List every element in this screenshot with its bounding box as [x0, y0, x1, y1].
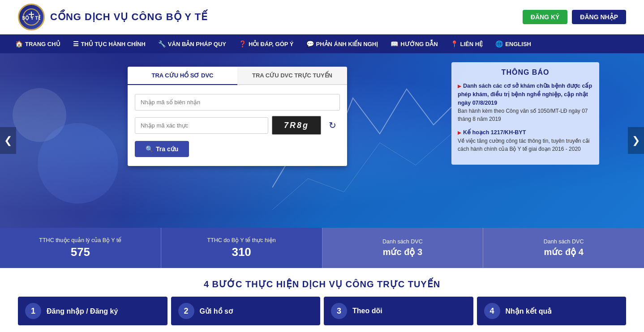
step-label-2: Gửi hồ sơ	[200, 307, 233, 315]
captcha-image: 7R8g	[272, 116, 321, 135]
search-icon: 🔍	[146, 145, 153, 153]
faq-icon: ❓	[239, 40, 246, 47]
thong-bao-item-1-desc: Ban hành kèm theo Công văn số 1050/MT-LĐ…	[458, 107, 593, 123]
thong-bao-item-1-title[interactable]: Danh sách các cơ sở khám chữa bệnh được …	[458, 82, 593, 107]
step-number-1: 1	[25, 303, 41, 319]
step-label-1: Đăng nhập / Đăng ký	[47, 307, 118, 315]
language-icon: 🌐	[495, 40, 503, 47]
stat-item-4[interactable]: Danh sách DVC mức độ 4	[483, 228, 644, 268]
doc-icon: 🔧	[158, 40, 166, 47]
step-number-3: 3	[331, 303, 347, 319]
steps-title: 4 BƯỚC THỰC HIỆN DỊCH VỤ CÔNG TRỰC TUYẾN	[18, 279, 626, 289]
nav-item-guide[interactable]: 📖 HƯỚNG DẪN	[384, 34, 444, 53]
header: BỘ Y TẾ CỔNG DỊCH VỤ CÔNG BỘ Y TẾ ĐĂNG K…	[0, 0, 644, 34]
search-body: 7R8g ↻ 🔍 Tra cứu	[128, 85, 347, 166]
step-item-3: 3 Theo dõi	[324, 297, 473, 325]
captcha-refresh-button[interactable]: ↻	[325, 118, 340, 133]
guide-icon: 📖	[391, 40, 398, 47]
main-nav: 🏠 TRANG CHỦ ☰ THỦ TỤC HÀNH CHÍNH 🔧 VĂN B…	[0, 34, 644, 53]
nav-item-feedback[interactable]: 💬 PHẢN ÁNH KIẾN NGHỊ	[300, 34, 385, 53]
home-icon: 🏠	[15, 40, 23, 47]
login-button[interactable]: ĐĂNG NHẬP	[572, 10, 626, 24]
stat-item-3[interactable]: Danh sách DVC mức độ 3	[322, 228, 484, 268]
steps-section: 4 BƯỚC THỰC HIỆN DỊCH VỤ CÔNG TRỰC TUYẾN…	[0, 268, 644, 325]
hero-left-decor	[0, 53, 125, 228]
hero-section: ❮ ❯ TRA CỨU HỒ SƠ DVC TRA CỨU DVC TRỰC T…	[0, 53, 644, 228]
hero-prev-button[interactable]: ❮	[0, 127, 16, 154]
step-item-1: 1 Đăng nhập / Đăng ký	[18, 297, 167, 325]
steps-row: 1 Đăng nhập / Đăng ký 2 Gửi hồ sơ 3 Theo…	[18, 297, 626, 325]
thong-bao-title: THÔNG BÁO	[458, 68, 593, 77]
step-item-4: 4 Nhận kết quả	[477, 297, 627, 325]
nav-item-english[interactable]: 🌐 ENGLISH	[489, 34, 537, 53]
thong-bao-item-2-desc: Về việc tăng cường công tác thông tin, t…	[458, 137, 593, 153]
site-title: CỔNG DỊCH VỤ CÔNG BỘ Y TẾ	[50, 11, 208, 23]
search-tabs: TRA CỨU HỒ SƠ DVC TRA CỨU DVC TRỰC TUYẾN	[128, 67, 347, 85]
hero-next-button[interactable]: ❯	[628, 127, 644, 154]
register-button[interactable]: ĐĂNG KÝ	[523, 10, 568, 24]
stat-value-4: mức độ 4	[544, 247, 583, 257]
logo-icon: BỘ Y TẾ	[18, 4, 45, 30]
stat-item-2[interactable]: TTHC do Bộ Y tế thực hiện 310	[161, 228, 322, 268]
stat-value-3: mức độ 3	[383, 247, 422, 257]
header-logo: BỘ Y TẾ CỔNG DỊCH VỤ CÔNG BỘ Y TẾ	[18, 4, 208, 30]
menu-icon: ☰	[73, 40, 79, 47]
contact-icon: 📍	[451, 40, 458, 47]
stat-label-2: TTHC do Bộ Y tế thực hiện	[207, 237, 276, 243]
nav-item-procedures[interactable]: ☰ THỦ TỤC HÀNH CHÍNH	[67, 34, 152, 53]
auth-buttons: ĐĂNG KÝ ĐĂNG NHẬP	[523, 10, 626, 24]
tab-search-dvc[interactable]: TRA CỨU DVC TRỰC TUYẾN	[237, 67, 347, 85]
step-item-2: 2 Gửi hồ sơ	[171, 297, 321, 325]
stats-row: TTHC thuộc quản lý của Bộ Y tế 575 TTHC …	[0, 228, 644, 268]
thong-bao-item-2: Kế hoạch 1217/KH-BYT Về việc tăng cường …	[458, 128, 593, 153]
stat-label-4: Danh sách DVC	[544, 238, 584, 245]
step-number-4: 4	[484, 303, 500, 319]
thong-bao-item-1: Danh sách các cơ sở khám chữa bệnh được …	[458, 82, 593, 123]
thong-bao-panel: THÔNG BÁO Danh sách các cơ sở khám chữa …	[451, 62, 599, 165]
stat-value-1: 575	[71, 245, 90, 259]
thong-bao-item-2-title[interactable]: Kế hoạch 1217/KH-BYT	[458, 128, 593, 137]
step-number-2: 2	[178, 303, 194, 319]
stat-item-1[interactable]: TTHC thuộc quản lý của Bộ Y tế 575	[0, 228, 161, 268]
tab-search-ho-so[interactable]: TRA CỨU HỒ SƠ DVC	[128, 67, 237, 85]
feedback-icon: 💬	[306, 40, 314, 47]
stat-value-2: 310	[232, 245, 251, 259]
step-label-4: Nhận kết quả	[506, 307, 552, 315]
search-ma-bien-nhan-input[interactable]	[135, 94, 340, 111]
nav-item-home[interactable]: 🏠 TRANG CHỦ	[9, 34, 67, 53]
captcha-input[interactable]	[135, 117, 268, 134]
nav-item-faq[interactable]: ❓ HỎI ĐÁP, GÓP Ý	[232, 34, 300, 53]
search-panel: TRA CỨU HỒ SƠ DVC TRA CỨU DVC TRỰC TUYẾN…	[128, 67, 347, 166]
step-label-3: Theo dõi	[352, 307, 382, 315]
captcha-row: 7R8g ↻	[135, 116, 340, 135]
search-button[interactable]: 🔍 Tra cứu	[135, 141, 189, 157]
nav-item-contact[interactable]: 📍 LIÊN HỆ	[444, 34, 489, 53]
nav-item-documents[interactable]: 🔧 VĂN BẢN PHÁP QUY	[152, 34, 232, 53]
stat-label-1: TTHC thuộc quản lý của Bộ Y tế	[39, 237, 121, 243]
stat-label-3: Danh sách DVC	[382, 238, 423, 245]
